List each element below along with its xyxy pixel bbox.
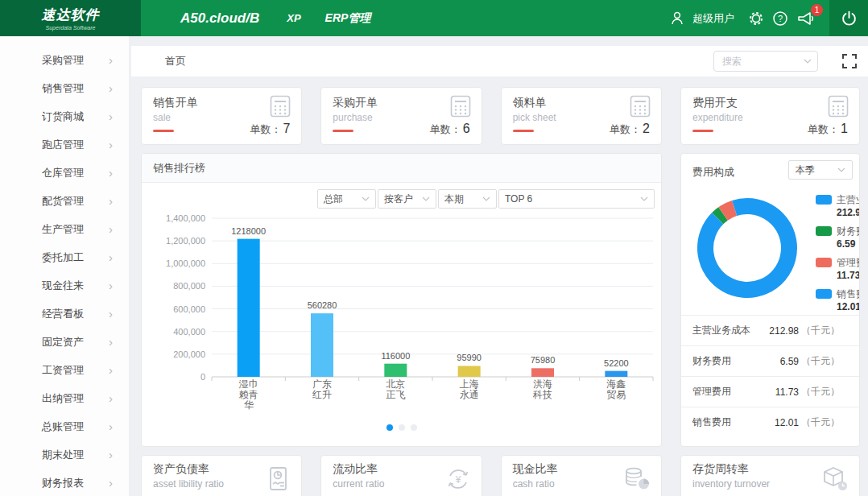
ratio-card-title: 现金比率 bbox=[513, 462, 558, 477]
expense-row-label: 主营业务成本 bbox=[692, 324, 769, 337]
carousel-dot-1[interactable] bbox=[399, 424, 405, 431]
sales-bar-chart: 0200,000400,000600,000800,0001,000,0001,… bbox=[142, 209, 661, 420]
ratio-card-subtitle: inventory turnover bbox=[692, 478, 770, 490]
sidebar-item-13[interactable]: 总账管理 › bbox=[0, 412, 129, 440]
expense-row-unit: （千元） bbox=[801, 415, 840, 429]
tab-home[interactable]: 首页 bbox=[165, 54, 186, 68]
sidebar-item-0[interactable]: 采购管理 › bbox=[0, 46, 129, 74]
currency-cycle-icon: ¥ bbox=[444, 465, 472, 496]
sidebar-item-label: 采购管理 bbox=[42, 53, 109, 68]
app-logo: 速达软件 Superdata Software bbox=[0, 0, 141, 36]
ratio-card[interactable]: 现金比率 cash ratio bbox=[501, 455, 662, 496]
sidebar-item-1[interactable]: 销售管理 › bbox=[0, 74, 129, 102]
ratio-cards-row: 资产负债率 asset libility ratio 流动比率 current … bbox=[141, 447, 662, 496]
username[interactable]: 超级用户 bbox=[692, 11, 734, 26]
logout-power-button[interactable] bbox=[829, 0, 868, 36]
expense-donut-chart bbox=[681, 194, 810, 319]
sidebar-item-label: 总账管理 bbox=[42, 420, 109, 434]
sidebar-item-15[interactable]: 财务报表 › bbox=[0, 469, 129, 496]
legend-label: 管理费 bbox=[837, 256, 860, 270]
ratio-card[interactable]: 存货周转率 inventory turnover bbox=[680, 455, 860, 496]
search-box[interactable] bbox=[713, 51, 818, 72]
fullscreen-icon[interactable] bbox=[842, 54, 857, 68]
sidebar-item-11[interactable]: 工资管理 › bbox=[0, 356, 129, 384]
period-select[interactable]: 本季 bbox=[788, 160, 853, 180]
accent-dash bbox=[692, 130, 713, 132]
sidebar-item-2[interactable]: 订货商城 › bbox=[0, 102, 129, 130]
coins-icon bbox=[622, 465, 651, 496]
chevron-right-icon: › bbox=[109, 138, 113, 151]
announcement-horn-icon[interactable]: 1 bbox=[792, 0, 820, 36]
filter-select[interactable]: 本期 bbox=[438, 189, 497, 209]
stat-card[interactable]: 领料单 pick sheet 单数：2 bbox=[501, 87, 662, 145]
chevron-right-icon: › bbox=[109, 364, 113, 376]
filter-select[interactable]: TOP 6 bbox=[498, 189, 655, 209]
topbar: 首页 bbox=[131, 46, 868, 76]
stat-card-title: 费用开支 bbox=[692, 96, 738, 110]
legend-value: 12.01 bbox=[837, 301, 860, 312]
chevron-right-icon: › bbox=[109, 167, 113, 179]
ratio-card[interactable]: 资产负债率 asset libility ratio bbox=[141, 455, 302, 496]
sidebar-item-label: 工资管理 bbox=[42, 363, 109, 378]
filter-select-value: TOP 6 bbox=[505, 193, 640, 205]
chevron-down-icon bbox=[422, 196, 430, 201]
sidebar-item-9[interactable]: 经营看板 › bbox=[0, 300, 129, 328]
sidebar-item-4[interactable]: 仓库管理 › bbox=[0, 159, 129, 187]
settings-gear-icon[interactable] bbox=[744, 0, 768, 36]
accent-dash bbox=[513, 130, 534, 132]
stat-card[interactable]: 销售开单 sale 单数：7 bbox=[141, 87, 302, 145]
chevron-down-icon bbox=[804, 59, 812, 64]
count-label: 单数： bbox=[808, 123, 839, 135]
carousel-dot-2[interactable] bbox=[411, 424, 417, 431]
chevron-down-icon bbox=[362, 196, 370, 201]
sidebar-item-10[interactable]: 固定资产 › bbox=[0, 328, 129, 356]
count-value: 1 bbox=[841, 122, 848, 135]
sidebar-item-12[interactable]: 出纳管理 › bbox=[0, 384, 129, 412]
logo-title: 速达软件 bbox=[42, 6, 100, 24]
svg-text:1,200,000: 1,200,000 bbox=[166, 236, 205, 246]
sidebar-item-8[interactable]: 现金往来 › bbox=[0, 271, 129, 300]
sidebar-item-14[interactable]: 期末处理 › bbox=[0, 440, 129, 469]
sidebar-item-label: 现金往来 bbox=[42, 279, 109, 293]
logo-subtitle: Superdata Software bbox=[46, 25, 96, 31]
stat-card[interactable]: 费用开支 expenditure 单数：1 bbox=[680, 87, 860, 145]
svg-text:600,000: 600,000 bbox=[173, 304, 205, 314]
filter-select[interactable]: 按客户 bbox=[378, 189, 436, 209]
filter-select[interactable]: 总部 bbox=[317, 189, 376, 209]
legend-swatch bbox=[816, 258, 832, 267]
legend-swatch bbox=[816, 226, 832, 236]
expense-row: 财务费用 6.59 （千元） bbox=[681, 345, 859, 376]
carousel-dots bbox=[142, 424, 661, 431]
sidebar-item-label: 跑店管理 bbox=[42, 138, 109, 152]
search-input[interactable] bbox=[713, 51, 818, 72]
sales-ranking-panel: 销售排行榜 总部 按客户 本期 TOP 6 0200,000400,000600… bbox=[141, 153, 662, 447]
expense-panel-title: 费用构成 bbox=[692, 165, 734, 180]
sidebar-item-7[interactable]: 委托加工 › bbox=[0, 243, 129, 271]
chevron-right-icon: › bbox=[109, 308, 113, 320]
sidebar-item-label: 固定资产 bbox=[42, 335, 109, 349]
carousel-dot-0[interactable] bbox=[386, 424, 393, 431]
sidebar-item-6[interactable]: 生产管理 › bbox=[0, 215, 129, 243]
help-icon[interactable]: ? bbox=[768, 0, 792, 36]
stat-card-subtitle: pick sheet bbox=[513, 112, 556, 123]
legend-swatch bbox=[816, 195, 832, 205]
sidebar-item-label: 仓库管理 bbox=[42, 166, 109, 180]
user-icon[interactable] bbox=[665, 0, 689, 36]
expense-row-value: 212.98 bbox=[769, 325, 799, 337]
chevron-right-icon: › bbox=[109, 195, 113, 207]
legend-entry: 财务费 6.59 bbox=[810, 224, 860, 255]
donut-legend: 主营业 212.98 财务费 6.59 管理费 11.73 销售费 12.01 bbox=[810, 192, 860, 321]
sidebar-item-5[interactable]: 配货管理 › bbox=[0, 187, 129, 215]
sidebar-item-label: 期末处理 bbox=[42, 448, 109, 462]
sidebar-item-3[interactable]: 跑店管理 › bbox=[0, 130, 129, 159]
ratio-card[interactable]: 流动比率 current ratio ¥ bbox=[320, 455, 482, 496]
legend-entry: 管理费 11.73 bbox=[810, 255, 860, 287]
stat-cards-row: 销售开单 sale 单数：7 采购开单 purchase 单数：6 bbox=[141, 87, 662, 145]
svg-text:52200: 52200 bbox=[604, 358, 629, 368]
stat-card[interactable]: 采购开单 purchase 单数：6 bbox=[320, 87, 482, 145]
legend-entry: 销售费 12.01 bbox=[810, 287, 860, 318]
main-area: 首页 销售开单 sale 单数：7 采购开单 bbox=[131, 36, 868, 496]
svg-text:400,000: 400,000 bbox=[173, 327, 205, 337]
box-icon bbox=[820, 465, 849, 496]
module-name: ERP管理 bbox=[325, 11, 371, 26]
